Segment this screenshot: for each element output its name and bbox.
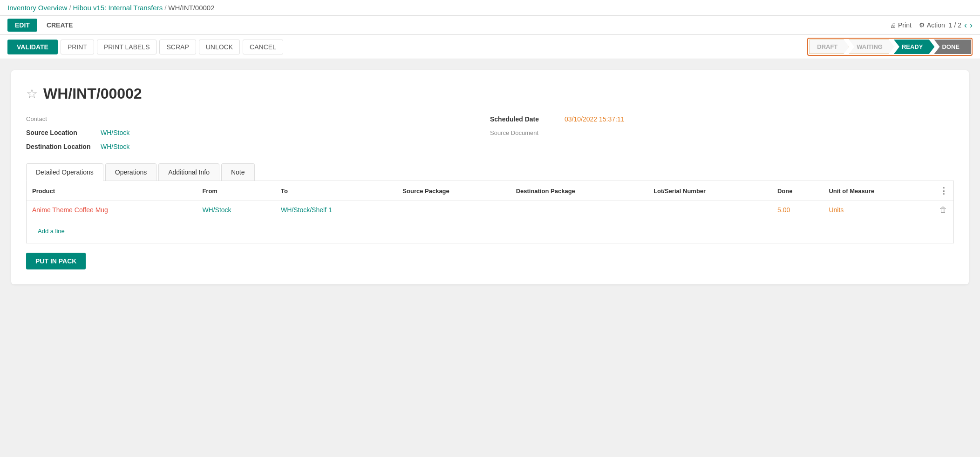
- source-location-value[interactable]: WH/Stock: [101, 129, 129, 136]
- contact-label: Contact: [26, 115, 101, 122]
- pagination-text: 1 / 2: [949, 21, 961, 29]
- breadcrumb-current: WH/INT/00002: [168, 4, 214, 12]
- status-draft[interactable]: DRAFT: [809, 40, 849, 54]
- col-dest-package: Destination Package: [510, 181, 648, 201]
- col-unit: Unit of Measure: [823, 181, 934, 201]
- done-value[interactable]: 5.00: [777, 206, 790, 214]
- action-label: Action: [927, 21, 945, 29]
- source-document-field-row: Source Document: [490, 129, 954, 136]
- col-source-package: Source Package: [397, 181, 510, 201]
- to-location-link[interactable]: WH/Stock/Shelf 1: [281, 206, 332, 214]
- tab-detailed-operations[interactable]: Detailed Operations: [26, 163, 103, 181]
- action-button[interactable]: ⚙ Action: [919, 21, 945, 29]
- status-ready[interactable]: READY: [894, 40, 935, 54]
- breadcrumb-sep1: /: [69, 4, 71, 12]
- operations-table: Product From To Source Package Destinati…: [27, 181, 953, 243]
- table-options-icon[interactable]: ⋮: [939, 186, 948, 195]
- destination-location-field-row: Destination Location WH/Stock: [26, 143, 490, 150]
- tabs: Detailed Operations Operations Additiona…: [26, 163, 954, 181]
- col-actions: ⋮: [934, 181, 953, 201]
- print-label: Print: [898, 21, 912, 29]
- from-location-link[interactable]: WH/Stock: [202, 206, 231, 214]
- next-button[interactable]: ›: [970, 21, 973, 29]
- source-location-label: Source Location: [26, 129, 101, 136]
- form-title-row: ☆ WH/INT/00002: [26, 85, 954, 102]
- scheduled-date-value[interactable]: 03/10/2022 15:37:11: [565, 115, 624, 123]
- fields-right: Scheduled Date 03/10/2022 15:37:11 Sourc…: [490, 115, 954, 150]
- form-card: ☆ WH/INT/00002 Contact Source Location W…: [11, 70, 969, 284]
- status-done[interactable]: DONE: [934, 40, 971, 54]
- breadcrumb: Inventory Overview / Hibou v15: Internal…: [7, 4, 973, 12]
- col-product: Product: [27, 181, 197, 201]
- edit-button[interactable]: EDIT: [7, 19, 37, 32]
- breadcrumb-bar: Inventory Overview / Hibou v15: Internal…: [0, 0, 980, 16]
- form-title: WH/INT/00002: [43, 85, 142, 102]
- action-bar: VALIDATE PRINT PRINT LABELS SCRAP UNLOCK…: [0, 35, 980, 59]
- unit-value[interactable]: Units: [829, 206, 844, 214]
- validate-button[interactable]: VALIDATE: [7, 40, 58, 54]
- gear-icon: ⚙: [919, 21, 925, 29]
- scrap-button[interactable]: SCRAP: [159, 40, 196, 54]
- pagination: 1 / 2 ‹ ›: [949, 21, 973, 29]
- put-in-pack-button[interactable]: PUT IN PACK: [26, 253, 86, 269]
- tab-operations[interactable]: Operations: [105, 163, 157, 181]
- breadcrumb-transfers[interactable]: Hibou v15: Internal Transfers: [73, 4, 163, 12]
- row-from: WH/Stock: [197, 201, 275, 219]
- row-source-package: [397, 201, 510, 219]
- tab-additional-info[interactable]: Additional Info: [158, 163, 219, 181]
- status-waiting[interactable]: WAITING: [849, 40, 894, 54]
- toolbar-actions: 🖨 Print ⚙ Action: [890, 21, 945, 29]
- table-section: Product From To Source Package Destinati…: [26, 181, 954, 243]
- source-location-field-row: Source Location WH/Stock: [26, 129, 490, 136]
- col-from: From: [197, 181, 275, 201]
- row-lot-serial: [648, 201, 772, 219]
- breadcrumb-sep2: /: [164, 4, 166, 12]
- delete-row-button[interactable]: 🗑: [939, 206, 947, 214]
- product-link[interactable]: Anime Theme Coffee Mug: [32, 206, 108, 214]
- scheduled-date-label: Scheduled Date: [490, 115, 565, 123]
- row-to: WH/Stock/Shelf 1: [275, 201, 397, 219]
- fields-left: Contact Source Location WH/Stock Destina…: [26, 115, 490, 150]
- col-done: Done: [772, 181, 823, 201]
- destination-location-label: Destination Location: [26, 143, 101, 150]
- favorite-star-icon[interactable]: ☆: [26, 86, 38, 101]
- print-icon: 🖨: [890, 21, 896, 29]
- col-to: To: [275, 181, 397, 201]
- unlock-button[interactable]: UNLOCK: [199, 40, 240, 54]
- print-action-button[interactable]: PRINT: [61, 40, 94, 54]
- print-labels-button[interactable]: PRINT LABELS: [97, 40, 157, 54]
- contact-field-row: Contact: [26, 115, 490, 122]
- add-line-link[interactable]: Add a line: [32, 224, 70, 238]
- col-lot-serial: Lot/Serial Number: [648, 181, 772, 201]
- row-product: Anime Theme Coffee Mug: [27, 201, 197, 219]
- add-line-cell: Add a line: [27, 219, 953, 243]
- row-unit: Units: [823, 201, 934, 219]
- row-dest-package: [510, 201, 648, 219]
- table-row: Anime Theme Coffee Mug WH/Stock WH/Stock…: [27, 201, 953, 219]
- status-bar: DRAFT WAITING READY DONE: [809, 40, 971, 54]
- form-fields: Contact Source Location WH/Stock Destina…: [26, 115, 954, 150]
- source-document-label: Source Document: [490, 129, 565, 136]
- cancel-button[interactable]: CANCEL: [243, 40, 283, 54]
- toolbar-top: EDIT CREATE 🖨 Print ⚙ Action 1 / 2 ‹ ›: [0, 16, 980, 35]
- destination-location-value[interactable]: WH/Stock: [101, 143, 129, 150]
- add-line-row: Add a line: [27, 219, 953, 243]
- create-button[interactable]: CREATE: [41, 19, 79, 32]
- table-header-row: Product From To Source Package Destinati…: [27, 181, 953, 201]
- content-area: ☆ WH/INT/00002 Contact Source Location W…: [0, 59, 980, 296]
- breadcrumb-inventory[interactable]: Inventory Overview: [7, 4, 67, 12]
- tab-note[interactable]: Note: [221, 163, 255, 181]
- scheduled-date-field-row: Scheduled Date 03/10/2022 15:37:11: [490, 115, 954, 123]
- print-button[interactable]: 🖨 Print: [890, 21, 912, 29]
- status-steps-wrapper: DRAFT WAITING READY DONE: [807, 38, 973, 56]
- prev-button[interactable]: ‹: [964, 21, 967, 29]
- row-done: 5.00: [772, 201, 823, 219]
- row-delete: 🗑: [934, 201, 953, 219]
